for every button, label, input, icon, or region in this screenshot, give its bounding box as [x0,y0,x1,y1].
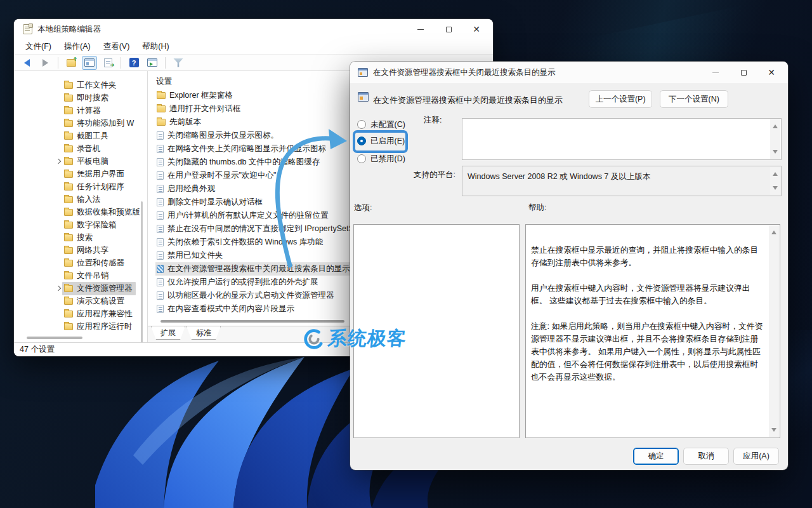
folder-icon [64,285,73,292]
menu-view[interactable]: 查看(V) [97,39,136,54]
dialog-app-icon [358,68,368,77]
tree-item[interactable]: 位置和传感器 [14,257,147,269]
tree-item[interactable]: 网络共享 [14,244,147,257]
tree-item[interactable]: 截图工具 [14,130,147,142]
dialog-close-button[interactable]: ✕ [757,62,785,83]
tree-item[interactable]: 将功能添加到 W [14,117,147,130]
toolbar-separator [58,57,58,69]
tree-item[interactable]: 计算器 [14,104,147,117]
cancel-button[interactable]: 取消 [683,448,729,465]
filter-button[interactable] [171,56,186,70]
scroll-up-icon [771,228,776,234]
menu-file[interactable]: 文件(F) [19,39,58,54]
policy-icon [157,145,164,153]
maximize-icon [741,70,747,76]
tree-item[interactable]: 录音机 [14,142,147,155]
selected-policy-icon [157,265,164,273]
up-one-level-button[interactable] [63,56,79,70]
dialog-minimize-button[interactable] [702,62,730,83]
scroll-down-icon [773,150,778,156]
supported-on-field: Windows Server 2008 R2 或 Windows 7 及以上版本 [462,166,782,196]
tree-vertical-scrollbar[interactable] [141,201,143,342]
export-list-button[interactable] [100,56,115,70]
folder-icon [64,209,73,216]
tree-horizontal-scrollbar[interactable] [27,337,82,339]
ok-button[interactable]: 确定 [633,448,679,465]
tree-item[interactable]: 输入法 [14,193,147,206]
comment-scrollbar[interactable] [770,119,780,159]
help-scrollbar[interactable] [769,225,779,437]
radio-enabled[interactable]: 已启用(E) [357,134,405,148]
menu-action[interactable]: 操作(A) [58,39,97,54]
supported-on-scrollbar[interactable] [770,167,780,195]
tree-item-file-explorer[interactable]: 文件资源管理器 [14,282,147,295]
policy-icon [157,225,164,233]
supported-on-value: Windows Server 2008 R2 或 Windows 7 及以上版本 [468,171,767,182]
toolbar-separator [165,57,166,69]
folder-icon [64,107,73,114]
menu-help[interactable]: 帮助(H) [136,39,175,54]
tree-item[interactable]: 搜索 [14,231,147,244]
forward-button[interactable] [37,56,53,70]
comment-textarea[interactable] [462,118,782,160]
tree-item[interactable]: 数据收集和预览版 [14,206,147,218]
tree-item[interactable]: 文件吊销 [14,269,147,282]
help-text: 禁止在搜索框中显示最近的查询，并阻止将搜索框中输入的条目存储到注册表中供将来参考… [531,244,764,396]
policy-setting-title: 在文件资源管理器搜索框中关闭最近搜索条目的显示 [373,95,563,106]
forward-icon [43,59,48,67]
folder-icon [157,105,166,112]
policy-setting-icon [358,92,369,102]
tree-item-tablet-pc[interactable]: 平板电脑 [14,155,147,168]
list-horizontal-scrollbar[interactable] [160,320,344,323]
console-tree-panel: 工作文件夹 即时搜索 计算器 将功能添加到 W 截图工具 录音机 平板电脑 凭据… [14,71,148,342]
folder-icon [64,272,73,279]
radio-disabled[interactable]: 已禁用(D) [357,152,405,166]
close-icon: ✕ [473,24,480,34]
policy-icon [157,251,164,260]
policy-icon [157,171,164,180]
tree-item[interactable]: 数字保险箱 [14,218,147,231]
new-window-button[interactable] [145,56,160,70]
up-one-level-icon [67,59,76,67]
tree-item[interactable]: 凭据用户界面 [14,168,147,180]
tree-item[interactable]: 即时搜索 [14,91,147,104]
tree-item[interactable]: 任务计划程序 [14,180,147,193]
tab-extended[interactable]: 扩展 [151,326,185,340]
tree-item[interactable]: 工作文件夹 [14,79,147,91]
help-button[interactable]: ? [126,56,141,70]
tab-standard[interactable]: 标准 [187,326,221,340]
minimize-button[interactable] [407,19,435,39]
minimize-icon [417,29,424,30]
policy-icon [157,278,164,286]
dialog-maximize-button[interactable] [730,62,757,83]
settings-column-header: 设置 [156,76,172,87]
minimize-icon [712,72,719,73]
gpedit-app-icon [23,24,32,34]
apply-button[interactable]: 应用(A) [733,448,779,465]
policy-icon [157,185,164,193]
folder-icon [64,323,73,330]
back-button[interactable] [19,56,34,70]
dialog-title: 在文件资源管理器搜索框中关闭最近搜索条目的显示 [373,67,702,78]
scroll-up-icon [773,170,778,176]
previous-setting-button[interactable]: 上一个设置(P) [589,90,652,108]
maximize-button[interactable] [435,19,462,39]
folder-icon [64,95,73,102]
radio-not-configured[interactable]: 未配置(C) [357,117,405,131]
folder-icon [64,234,73,241]
supported-on-label: 支持的平台: [414,170,455,180]
folder-icon [64,158,73,165]
comment-label: 注释: [424,115,442,126]
close-button[interactable]: ✕ [462,19,490,39]
console-tree-icon [84,58,95,67]
folder-icon [64,260,73,267]
chevron-right-icon [55,284,62,292]
help-icon: ? [129,58,139,67]
help-paragraph: 禁止在搜索框中显示最近的查询，并阻止将搜索框中输入的条目存储到注册表中供将来参考… [531,244,764,269]
console-tree-toggle-button[interactable] [82,56,97,70]
tree-item[interactable]: 应用程序兼容性 [14,307,147,320]
tree-item[interactable]: 演示文稿设置 [14,295,147,307]
folder-icon [64,133,73,140]
next-setting-button[interactable]: 下一个设置(N) [660,90,728,108]
tree-item[interactable]: 应用程序运行时 [14,320,147,333]
